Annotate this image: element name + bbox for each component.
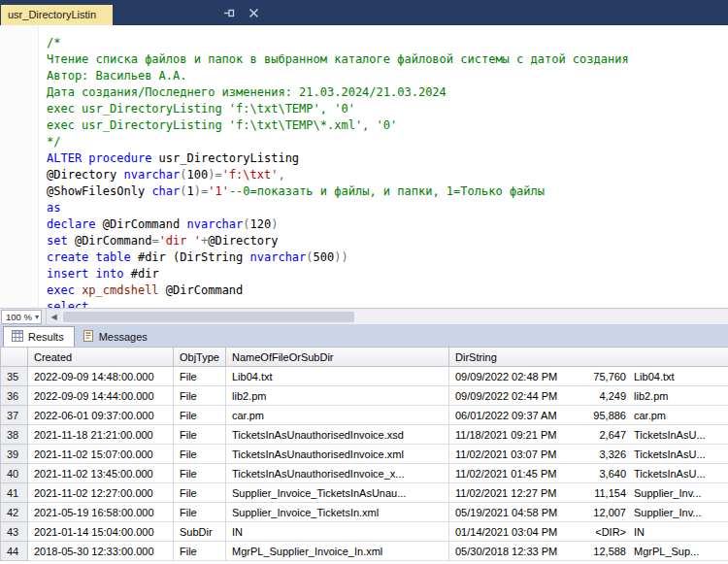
dirstring-cell[interactable]: 11/02/2021 01:45 PM3,640TicketsInAsU... (449, 464, 728, 483)
dirstring-cell[interactable]: 05/30/2018 12:33 PM12,588MgrPL_Sup... (449, 542, 728, 561)
row-number-cell[interactable]: 39 (1, 445, 28, 464)
dirstring-cell[interactable]: 09/09/2022 02:48 PM75,760Lib04.txt (449, 367, 728, 386)
created-cell[interactable]: 2022-09-09 14:44:00.000 (28, 386, 174, 406)
code-editor[interactable]: /*Чтение списка файлов и папок в выбранн… (0, 25, 728, 308)
created-cell[interactable]: 2022-09-09 14:48:00.000 (28, 367, 174, 386)
table-row[interactable]: 382021-11-18 21:21:00.000FileTicketsInAs… (1, 425, 728, 445)
created-cell[interactable]: 2021-01-14 15:04:00.000 (28, 522, 174, 542)
table-row[interactable]: 362022-09-09 14:44:00.000Filelib2.pm09/0… (1, 386, 728, 406)
table-row[interactable]: 442018-05-30 12:33:00.000FileMgrPL_Suppl… (1, 542, 728, 561)
table-row[interactable]: 432021-01-14 15:04:00.000SubDirIN01/14/2… (1, 522, 728, 542)
tab-results[interactable]: Results (3, 326, 75, 347)
zoom-select[interactable]: 100 % ▾ (1, 310, 42, 324)
name-cell[interactable]: Supplier_Invoice_TicketsInAsUnau... (226, 483, 449, 503)
table-row[interactable]: 412021-11-02 12:27:00.000FileSupplier_In… (1, 483, 728, 503)
code-line: create table #dir (DirString nvarchar(50… (47, 249, 724, 266)
objtype-cell[interactable]: File (174, 445, 226, 464)
dir-filename: Supplier_Inv... (634, 487, 702, 499)
code-token: insert into (47, 267, 131, 281)
grid-header-row: Created ObjType NameOfFileOrSubDir DirSt… (1, 348, 728, 367)
table-row[interactable]: 392021-11-02 15:07:00.000FileTicketsInAs… (1, 445, 728, 464)
code-token: char (151, 184, 180, 198)
code-token: declare (47, 217, 103, 231)
objtype-cell[interactable]: SubDir (174, 522, 226, 542)
objtype-cell[interactable]: File (174, 503, 226, 522)
objtype-cell[interactable]: File (174, 367, 226, 386)
created-cell[interactable]: 2022-06-01 09:37:00.000 (28, 406, 174, 425)
code-token: */ (47, 135, 60, 149)
created-cell[interactable]: 2021-11-18 21:21:00.000 (28, 425, 174, 445)
table-row[interactable]: 352022-09-09 14:48:00.000FileLib04.txt09… (1, 367, 728, 386)
column-header-name[interactable]: NameOfFileOrSubDir (226, 348, 449, 367)
name-cell[interactable]: Supplier_Invoice_TicketsIn.xml (226, 503, 449, 522)
name-cell[interactable]: TicketsInAsUnauthorisedInvoice.xml (226, 445, 449, 464)
row-number-cell[interactable]: 37 (1, 406, 28, 425)
dirstring-cell[interactable]: 11/18/2021 09:21 PM2,647TicketsInAsU... (449, 425, 728, 445)
row-number-cell[interactable]: 36 (1, 386, 28, 406)
code-token: xp_cmdshell (82, 283, 158, 297)
column-header-objtype[interactable]: ObjType (174, 348, 226, 367)
column-header-created[interactable]: Created (28, 348, 174, 367)
created-cell[interactable]: 2021-05-19 16:58:00.000 (28, 503, 174, 522)
name-cell[interactable]: lib2.pm (226, 386, 449, 406)
name-cell[interactable]: TicketsInAsUnauthorisedInvoice.xsd (226, 425, 449, 445)
created-cell[interactable]: 2021-11-02 12:27:00.000 (28, 483, 174, 503)
name-cell[interactable]: IN (226, 522, 449, 542)
dirstring-cell[interactable]: 01/14/2021 03:04 PM<DIR>IN (449, 522, 728, 542)
dir-size: 12,588 (564, 546, 626, 557)
dirstring-cell[interactable]: 05/19/2021 04:58 PM12,007Supplier_Inv... (449, 503, 728, 522)
column-header-dirstring[interactable]: DirString (449, 348, 728, 367)
row-number-cell[interactable]: 44 (1, 542, 28, 561)
objtype-cell[interactable]: File (174, 483, 226, 503)
code-line: declare @DirCommand nvarchar(120) (47, 216, 724, 233)
name-cell[interactable]: car.pm (226, 406, 449, 425)
row-number-cell[interactable]: 35 (1, 367, 28, 386)
dir-filename: TicketsInAsU... (634, 429, 706, 441)
close-icon[interactable] (248, 7, 260, 19)
row-number-cell[interactable]: 42 (1, 503, 28, 522)
row-number-cell[interactable]: 41 (1, 483, 28, 503)
dirstring-cell[interactable]: 06/01/2022 09:37 AM95,886car.pm (449, 406, 728, 425)
objtype-cell[interactable]: File (174, 425, 226, 445)
tab-messages[interactable]: Messages (75, 326, 157, 347)
objtype-cell[interactable]: File (174, 386, 226, 406)
created-cell[interactable]: 2021-11-02 15:07:00.000 (28, 445, 174, 464)
code-token: as (47, 201, 60, 215)
horizontal-scrollbar-thumb[interactable] (63, 312, 354, 322)
dir-datetime: 09/09/2022 02:44 PM (455, 390, 564, 402)
table-row[interactable]: 422021-05-19 16:58:00.000FileSupplier_In… (1, 503, 728, 522)
objtype-cell[interactable]: File (174, 464, 226, 483)
results-grid-icon (12, 330, 23, 344)
tab-results-label: Results (28, 331, 64, 343)
objtype-cell[interactable]: File (174, 542, 226, 561)
created-cell[interactable]: 2018-05-30 12:33:00.000 (28, 542, 174, 561)
row-number-cell[interactable]: 43 (1, 522, 28, 542)
dirstring-cell[interactable]: 11/02/2021 03:07 PM3,326TicketsInAsU... (449, 445, 728, 464)
objtype-cell[interactable]: File (174, 406, 226, 425)
dirstring-cell[interactable]: 11/02/2021 12:27 PM11,154Supplier_Inv... (449, 483, 728, 503)
pin-icon[interactable] (223, 7, 236, 19)
table-row[interactable]: 372022-06-01 09:37:00.000Filecar.pm06/01… (1, 406, 728, 425)
scroll-left-icon[interactable]: ◀ (47, 310, 61, 324)
code-token: Дата создания/Последнего изменения: 21.0… (47, 85, 447, 99)
name-cell[interactable]: MgrPL_Supplier_Invoice_In.xml (226, 542, 449, 561)
created-cell[interactable]: 2021-11-02 13:45:00.000 (28, 464, 174, 483)
code-token: nvarchar (250, 250, 307, 264)
code-line: Дата создания/Последнего изменения: 21.0… (47, 84, 724, 101)
results-grid-body: 352022-09-09 14:48:00.000FileLib04.txt09… (1, 367, 728, 561)
code-token: @DirCommand (103, 217, 187, 231)
dirstring-cell[interactable]: 09/09/2022 02:44 PM4,249lib2.pm (449, 386, 728, 406)
document-tab[interactable]: usr_DirectoryListin (1, 5, 113, 25)
row-number-cell[interactable]: 38 (1, 425, 28, 445)
document-tab-strip: usr_DirectoryListin (0, 0, 728, 25)
row-number-cell[interactable]: 40 (1, 464, 28, 483)
column-header-rownum[interactable] (1, 348, 28, 367)
name-cell[interactable]: TicketsInAsUnauthorisedInvoice_x... (226, 464, 449, 483)
code-token: set (47, 234, 75, 248)
code-token: #dir (DirString (138, 250, 250, 264)
code-token: '1' (208, 184, 229, 198)
table-row[interactable]: 402021-11-02 13:45:00.000FileTicketsInAs… (1, 464, 728, 483)
horizontal-scrollbar[interactable] (61, 310, 728, 324)
code-token: @Directory (208, 234, 278, 248)
name-cell[interactable]: Lib04.txt (226, 367, 449, 386)
